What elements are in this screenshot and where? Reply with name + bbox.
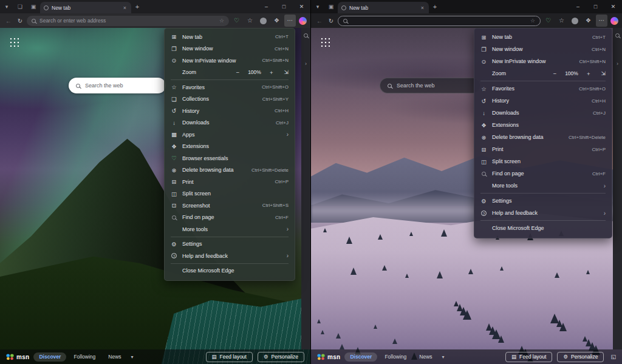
tab-close-icon[interactable]: × (420, 5, 425, 11)
menu-item-more-tools[interactable]: More tools› (474, 180, 612, 192)
feed-layout-button[interactable]: ▤Feed layout (206, 352, 253, 362)
menu-item-new-inprivate-window[interactable]: ⊙New InPrivate windowCtrl+Shift+N (165, 55, 295, 67)
menu-item-find-on-page[interactable]: Find on pageCtrl+F (165, 212, 295, 224)
favorites-star-icon[interactable]: ☆ (530, 18, 535, 24)
menu-item-new-tab[interactable]: ⊞New tabCtrl+T (165, 31, 295, 43)
menu-item-help-and-feedback[interactable]: ?Help and feedback› (474, 207, 612, 219)
sidebar-expand-icon[interactable]: › (305, 61, 307, 67)
refresh-icon[interactable]: ↻ (15, 18, 25, 24)
refresh-icon[interactable]: ↻ (326, 18, 336, 24)
menu-item-screenshot[interactable]: ⊡ScreenshotCtrl+Shift+S (165, 200, 295, 212)
browser-tab[interactable]: New tab × (338, 2, 429, 13)
menu-item-settings[interactable]: ⚙Settings (474, 195, 612, 207)
close-button[interactable]: ✕ (293, 0, 310, 13)
zoom-in-button[interactable]: + (584, 70, 593, 77)
personalize-button[interactable]: ⚙Personalize (557, 352, 604, 362)
browser-tab[interactable]: New tab × (40, 2, 131, 13)
address-bar[interactable]: Search or enter web address ☆ (27, 16, 229, 26)
tab-actions-icon[interactable]: ▾ (0, 0, 13, 13)
tab-actions-icon[interactable]: ▾ (311, 0, 324, 13)
browser-essentials-icon[interactable]: ♡ (231, 15, 242, 27)
menu-item-history[interactable]: ↺HistoryCtrl+H (474, 95, 612, 107)
zoom-in-button[interactable]: + (267, 69, 276, 76)
minimize-button[interactable]: – (569, 0, 587, 13)
menu-item-downloads[interactable]: ↓DownloadsCtrl+J (165, 117, 295, 129)
app-launcher-icon[interactable] (9, 36, 19, 47)
menu-item-zoom[interactable]: Zoom−100%+⇲ (165, 67, 295, 79)
menu-item-close-microsoft-edge[interactable]: Close Microsoft Edge (165, 265, 295, 277)
menu-item-more-tools[interactable]: More tools› (165, 223, 295, 235)
menu-item-extensions[interactable]: ❖Extensions (165, 141, 295, 153)
menu-item-delete-browsing-data[interactable]: ⊗Delete browsing dataCtrl+Shift+Delete (474, 131, 612, 143)
feed-more-icon[interactable]: ▾ (131, 354, 134, 360)
back-icon[interactable]: ← (315, 18, 324, 24)
close-button[interactable]: ✕ (604, 0, 622, 13)
extensions-icon[interactable]: ❖ (583, 15, 594, 27)
personalize-button[interactable]: ⚙Personalize (258, 352, 304, 362)
favorites-icon[interactable]: ☆ (244, 15, 256, 27)
back-icon[interactable]: ← (4, 18, 13, 24)
maximize-button[interactable]: □ (587, 0, 604, 13)
menu-item-new-tab[interactable]: ⊞New tabCtrl+T (474, 31, 612, 43)
menu-item-split-screen[interactable]: ◫Split screen (474, 155, 612, 167)
sidebar-search-icon[interactable] (615, 33, 620, 38)
tab-close-icon[interactable]: × (122, 5, 128, 11)
web-search-box[interactable]: Search the web (380, 78, 480, 93)
menu-item-close-microsoft-edge[interactable]: Close Microsoft Edge (474, 222, 612, 234)
zoom-out-button[interactable]: − (550, 70, 560, 77)
menu-item-history[interactable]: ↺HistoryCtrl+H (165, 105, 295, 117)
feed-more-icon[interactable]: ▾ (442, 354, 445, 360)
sidebar-search-icon[interactable] (304, 33, 308, 38)
feed-tab-news[interactable]: News (103, 352, 126, 362)
msn-logo[interactable]: msn (6, 354, 29, 360)
menu-item-help-and-feedback[interactable]: ?Help and feedback› (165, 250, 295, 262)
menu-item-new-window[interactable]: ❐New windowCtrl+N (165, 43, 295, 55)
workspaces-icon[interactable]: ▣ (27, 0, 40, 13)
maximize-button[interactable]: □ (275, 0, 293, 13)
menu-item-find-on-page[interactable]: Find on pageCtrl+F (474, 167, 612, 180)
menu-item-apps[interactable]: ▦Apps› (165, 129, 295, 141)
menu-item-favorites[interactable]: ☆FavoritesCtrl+Shift+O (474, 83, 612, 95)
minimize-button[interactable]: – (258, 0, 275, 13)
feed-tab-discover[interactable]: Discover (33, 352, 66, 362)
web-search-box[interactable]: Search the web (69, 78, 166, 93)
menu-item-collections[interactable]: ❏CollectionsCtrl+Shift+Y (165, 93, 295, 106)
copilot-icon[interactable] (299, 17, 307, 25)
feed-layout-button[interactable]: ▤Feed layout (505, 352, 552, 362)
menu-item-delete-browsing-data[interactable]: ⊗Delete browsing dataCtrl+Shift+Delete (165, 164, 295, 177)
menu-item-favorites[interactable]: ☆FavoritesCtrl+Shift+O (165, 81, 295, 93)
sidebar-expand-icon[interactable]: › (617, 61, 618, 67)
settings-menu-button[interactable]: ⋯ (596, 15, 607, 27)
menu-item-downloads[interactable]: ↓DownloadsCtrl+J (474, 107, 612, 119)
new-tab-button[interactable]: + (131, 3, 143, 10)
profile-avatar[interactable] (572, 18, 578, 24)
copilot-icon[interactable] (610, 17, 618, 25)
menu-item-zoom[interactable]: Zoom−100%+⇲ (474, 67, 612, 79)
zoom-out-button[interactable]: − (233, 69, 243, 76)
favorites-icon[interactable]: ☆ (556, 15, 567, 27)
menu-item-extensions[interactable]: ❖Extensions (474, 119, 612, 131)
address-bar-focused[interactable]: ☆ (338, 16, 541, 26)
fullscreen-icon[interactable]: ⇲ (601, 70, 606, 76)
feed-tab-following[interactable]: Following (68, 352, 101, 362)
menu-item-settings[interactable]: ⚙Settings (165, 238, 295, 251)
browser-essentials-icon[interactable]: ♡ (542, 15, 554, 27)
favorites-star-icon[interactable]: ☆ (219, 18, 224, 24)
menu-item-split-screen[interactable]: ◫Split screen (165, 188, 295, 200)
settings-menu-button[interactable]: ⋯ (284, 15, 296, 27)
menu-item-new-inprivate-window[interactable]: ⊙New InPrivate windowCtrl+Shift+N (474, 55, 612, 67)
menu-item-print[interactable]: ⊟PrintCtrl+P (165, 176, 295, 188)
fullscreen-icon[interactable]: ⇲ (284, 69, 289, 75)
menu-item-new-window[interactable]: ❐New windowCtrl+N (474, 43, 612, 55)
vertical-tabs-icon[interactable]: ❏ (13, 0, 27, 13)
fullscreen-icon[interactable]: ◱ (610, 354, 616, 360)
feed-tab-discover[interactable]: Discover (344, 352, 377, 362)
workspaces-icon[interactable]: ▣ (324, 0, 338, 13)
feed-tab-following[interactable]: Following (379, 352, 412, 362)
profile-avatar[interactable] (260, 18, 267, 24)
extensions-icon[interactable]: ❖ (271, 15, 282, 27)
msn-logo[interactable]: msn (317, 354, 340, 360)
new-tab-button[interactable]: + (429, 3, 441, 10)
feed-tab-news[interactable]: News (414, 352, 437, 362)
menu-item-print[interactable]: ⊟PrintCtrl+P (474, 143, 612, 155)
